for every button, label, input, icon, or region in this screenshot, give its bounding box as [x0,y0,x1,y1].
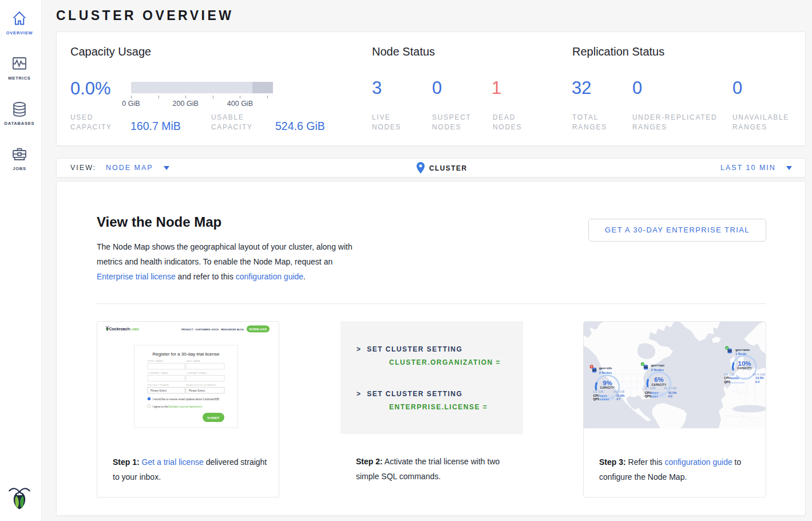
svg-text:DOCS: DOCS [212,328,219,331]
svg-text:9%: 9% [603,380,612,386]
svg-text:CAPACITY: CAPACITY [652,384,667,386]
svg-text:PRODUCT: PRODUCT [181,328,193,331]
svg-text:DOWNLOAD: DOWNLOAD [249,328,267,331]
svg-text:REASON FOR INTEREST: REASON FOR INTEREST [186,384,216,386]
svg-text:13.3%: 13.3% [755,376,764,380]
svg-text:CPU: CPU [593,394,599,397]
svg-text:351 GiB: 351 GiB [613,390,624,393]
svg-text:I agree to the: I agree to the [153,405,169,408]
svg-text:LABS: LABS [130,327,140,331]
svg-text:11.0%: 11.0% [616,394,625,397]
svg-text:4.7: 4.7 [616,397,620,401]
svg-text:CUSTOMERS: CUSTOMERS [195,328,211,331]
svg-text:COMPANY EMAIL: COMPANY EMAIL [186,372,207,374]
svg-text:COMPANY NAME: COMPANY NAME [148,372,168,374]
svg-text:geo=nyc: geo=nyc [651,364,665,367]
svg-text:Software License Agreement.: Software License Agreement. [168,405,203,408]
svg-text:34.4 GiB: 34.4 GiB [752,373,765,376]
svg-text:3.7 GiB: 3.7 GiB [645,386,656,390]
svg-text:CAPACITY: CAPACITY [737,367,752,370]
svg-text:QPS: QPS [724,380,731,384]
svg-text:RESOURCES: RESOURCES [221,328,236,331]
svg-text:CPU: CPU [724,376,731,380]
svg-text:CAPACITY: CAPACITY [600,386,615,389]
svg-text:42.5%: 42.5% [668,391,677,394]
svg-text:geo=ams: geo=ams [735,348,750,352]
svg-text:geo=sfo: geo=sfo [599,366,612,370]
svg-text:LAST NAME: LAST NAME [186,360,200,362]
svg-text:3.2 GiB: 3.2 GiB [593,390,604,393]
svg-text:CPU: CPU [645,391,651,394]
svg-text:QPS: QPS [645,394,651,398]
svg-text:PROJECT PHASE: PROJECT PHASE [148,384,169,386]
svg-text:2 Nodes: 2 Nodes [599,371,612,374]
svg-text:BLOG: BLOG [237,328,244,331]
svg-text:0.0: 0.0 [668,394,672,398]
svg-text:6%: 6% [654,376,664,383]
svg-text:Cockroach: Cockroach [109,327,130,331]
svg-text:Please Select: Please Select [150,389,167,392]
svg-text:FIRST NAME: FIRST NAME [148,360,163,362]
svg-text:SUBMIT: SUBMIT [207,417,219,420]
svg-text:10%: 10% [738,360,751,367]
svg-text:0.4: 0.4 [755,380,759,384]
svg-text:I would like to receive email: I would like to receive email updates ab… [153,398,220,401]
svg-text:Register for a 30-day trial li: Register for a 30-day trial license [153,352,220,357]
svg-text:Please Select: Please Select [189,389,205,392]
svg-text:QPS: QPS [593,397,599,401]
svg-text:2 Nodes: 2 Nodes [651,368,664,372]
svg-text:3.6 GiB: 3.6 GiB [724,373,735,376]
svg-text:45.7 GiB: 45.7 GiB [664,386,676,390]
